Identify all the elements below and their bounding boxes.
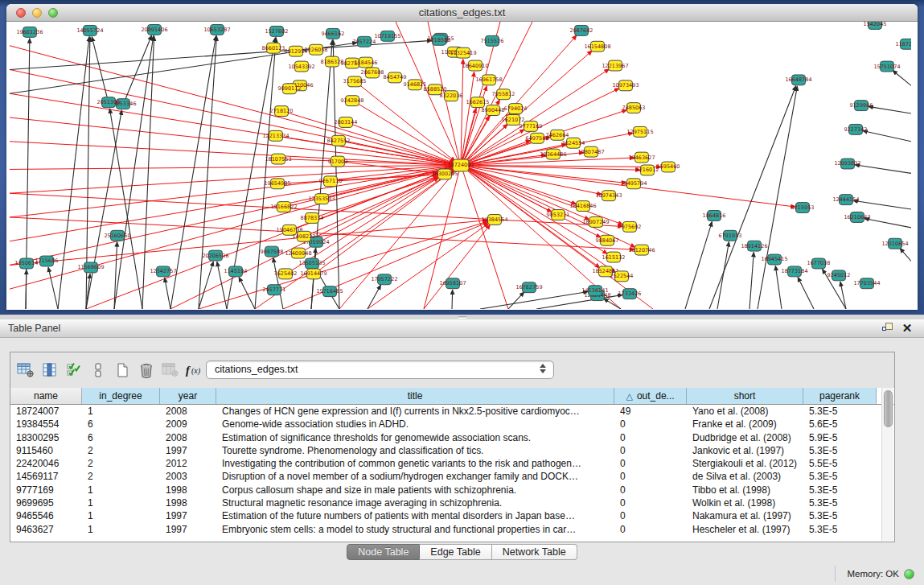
- graph-node[interactable]: 9777169: [519, 121, 543, 131]
- graph-node[interactable]: 2522544: [610, 271, 634, 282]
- graph-edge[interactable]: [255, 38, 276, 309]
- memory-ok-indicator[interactable]: [904, 569, 914, 579]
- graph-edge[interactable]: [318, 169, 454, 270]
- graph-node[interactable]: 12444154: [832, 195, 859, 205]
- graph-node[interactable]: 1145194: [224, 266, 248, 277]
- table-cell[interactable]: 14569117: [10, 470, 82, 483]
- graph-node[interactable]: 12353593: [308, 194, 335, 204]
- table-row[interactable]: 969969511998Structural magnetic resonanc…: [10, 496, 894, 509]
- graph-node[interactable]: 10974343: [595, 191, 622, 201]
- graph-node[interactable]: 8990448: [482, 105, 505, 116]
- table-cell[interactable]: 1997: [160, 523, 216, 536]
- graph-edge[interactable]: [351, 124, 454, 163]
- table-row[interactable]: 1872400712008Changes of HCN gene express…: [10, 405, 894, 418]
- network-canvas[interactable]: 1960123614055724208914061065328715276029…: [6, 22, 918, 309]
- graph-edge[interactable]: [424, 225, 490, 309]
- graph-node[interactable]: 10543392: [288, 61, 314, 72]
- graph-node[interactable]: 12093832: [834, 159, 860, 169]
- graph-node[interactable]: 15495794: [620, 179, 647, 189]
- table-cell[interactable]: 1997: [160, 444, 216, 457]
- graph-node[interactable]: 16210643: [844, 212, 870, 223]
- float-panel-button[interactable]: [881, 322, 895, 335]
- tab-edge-table[interactable]: Edge Table: [420, 544, 491, 560]
- graph-node[interactable]: 7955812: [492, 89, 515, 100]
- table-cell[interactable]: 5.5E-5: [803, 457, 877, 470]
- graph-node[interactable]: 9242848: [341, 96, 364, 106]
- graph-edge[interactable]: [775, 266, 782, 309]
- graph-edge[interactable]: [749, 253, 754, 309]
- graph-node[interactable]: 9227342: [844, 124, 868, 134]
- graph-node[interactable]: 20891406: [141, 24, 167, 35]
- graph-edge[interactable]: [855, 165, 911, 174]
- table-cell[interactable]: 0: [614, 444, 687, 457]
- graph-node[interactable]: 12213334: [262, 130, 289, 141]
- table-cell[interactable]: Embryonic stem cells: a model to study s…: [216, 523, 614, 536]
- select-rows-icon[interactable]: [64, 360, 84, 380]
- table-cell[interactable]: 9777169: [10, 484, 82, 496]
- graph-node[interactable]: 9146821: [404, 80, 427, 90]
- delete-table-icon[interactable]: [160, 360, 181, 380]
- graph-edge[interactable]: [685, 222, 712, 309]
- table-cell[interactable]: Stergiakouli et al. (2012): [687, 457, 803, 470]
- table-cell[interactable]: 0: [614, 509, 687, 522]
- table-cell[interactable]: 1: [82, 484, 160, 496]
- graph-node[interactable]: 12342757: [150, 266, 176, 277]
- table-cell[interactable]: 18724007: [10, 405, 82, 418]
- graph-node[interactable]: 7485063: [622, 103, 646, 113]
- table-selector-dropdown[interactable]: citations_edges.txt: [206, 360, 554, 379]
- graph-node[interactable]: 16945415: [761, 254, 787, 265]
- graph-edge[interactable]: [199, 36, 216, 309]
- graph-node[interactable]: 2867608: [361, 68, 384, 78]
- graph-edge[interactable]: [900, 249, 911, 262]
- table-cell[interactable]: 1: [82, 496, 160, 509]
- graph-node[interactable]: 12310654: [881, 238, 908, 249]
- table-cell[interactable]: 2: [82, 457, 160, 470]
- table-cell[interactable]: Estimation of significance thresholds fo…: [216, 431, 614, 444]
- graph-node[interactable]: 7515526: [481, 35, 504, 46]
- table-cell[interactable]: 1997: [160, 509, 216, 522]
- graph-node[interactable]: 17703544: [853, 278, 880, 289]
- vertical-scrollbar[interactable]: [881, 388, 893, 541]
- graph-node[interactable]: 18640910: [462, 60, 488, 71]
- table-cell[interactable]: 0: [614, 484, 687, 496]
- table-cell[interactable]: 2009: [160, 418, 216, 431]
- graph-edge[interactable]: [345, 142, 454, 164]
- table-cell[interactable]: Nakamura et al. (1997): [687, 509, 803, 522]
- graph-edge[interactable]: [452, 290, 453, 309]
- table-cell[interactable]: Yano et al. (2008): [687, 405, 803, 418]
- table-row[interactable]: 946554611997Estimation of the future num…: [10, 509, 894, 522]
- table-cell[interactable]: 5.9E-5: [803, 431, 877, 444]
- graph-node[interactable]: 1527602: [265, 26, 289, 36]
- table-cell[interactable]: 5.3E-5: [803, 405, 877, 418]
- graph-edge[interactable]: [359, 85, 455, 162]
- table-cell[interactable]: 5.3E-5: [803, 509, 877, 522]
- table-cell[interactable]: 0: [614, 457, 687, 470]
- table-cell[interactable]: 1: [82, 523, 160, 536]
- graph-edge[interactable]: [853, 200, 911, 209]
- table-cell[interactable]: Tibbo et al. (1998): [687, 484, 803, 496]
- column-header-pagerank[interactable]: pagerank: [803, 388, 877, 404]
- table-cell[interactable]: 2: [82, 444, 160, 457]
- graph-node[interactable]: 9129966: [850, 101, 873, 111]
- graph-edge[interactable]: [86, 110, 121, 309]
- graph-edge[interactable]: [142, 36, 154, 309]
- table-cell[interactable]: 6: [82, 431, 160, 444]
- create-column-icon[interactable]: [112, 360, 133, 380]
- graph-edge[interactable]: [358, 104, 454, 163]
- table-column-icon[interactable]: [39, 360, 60, 380]
- graph-edge[interactable]: [333, 40, 339, 309]
- graph-edge[interactable]: [125, 35, 151, 99]
- graph-node[interactable]: 14055724: [76, 25, 103, 35]
- graph-node[interactable]: 8454749: [384, 72, 407, 83]
- graph-node[interactable]: 917003: [328, 156, 348, 167]
- graph-node[interactable]: 6791913: [719, 230, 742, 241]
- table-cell[interactable]: 0: [614, 523, 687, 536]
- scrollbar-thumb[interactable]: [884, 390, 893, 427]
- column-header-title[interactable]: title: [216, 388, 614, 404]
- graph-node[interactable]: 9245012: [827, 270, 851, 281]
- graph-edge[interactable]: [165, 278, 170, 309]
- graph-node[interactable]: 8215953: [791, 203, 815, 213]
- graph-node[interactable]: 18416846: [569, 201, 596, 212]
- table-cell[interactable]: 1: [82, 509, 160, 522]
- graph-node[interactable]: 12975115: [626, 126, 653, 137]
